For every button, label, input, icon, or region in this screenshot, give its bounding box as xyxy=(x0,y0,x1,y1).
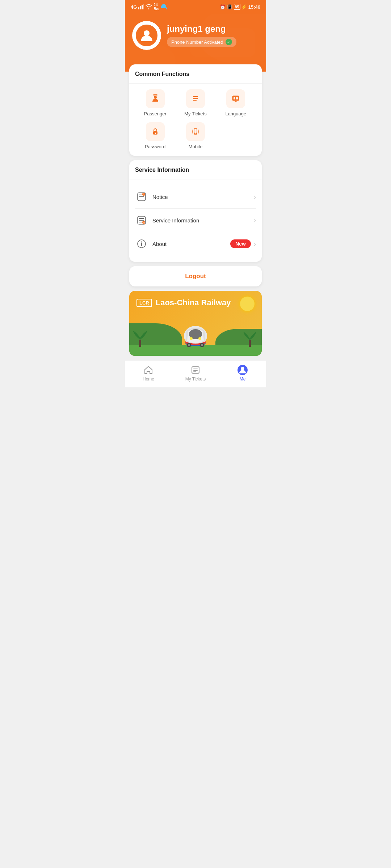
svg-rect-13 xyxy=(193,98,198,99)
vibrate-icon: 📳 xyxy=(227,4,232,9)
service-list: Notice › Service Information › xyxy=(135,185,256,255)
service-info-item[interactable]: Service Information › xyxy=(135,209,256,232)
password-icon xyxy=(150,127,160,137)
passenger-icon xyxy=(150,94,160,104)
tickets-icon xyxy=(191,365,200,375)
home-nav-label: Home xyxy=(143,376,154,382)
home-icon xyxy=(144,365,153,375)
service-notice-item[interactable]: Notice › xyxy=(135,185,256,209)
function-password[interactable]: Password xyxy=(135,122,175,149)
nav-me[interactable]: Me xyxy=(219,363,266,383)
avatar-icon xyxy=(140,29,154,42)
svg-rect-34 xyxy=(139,220,144,221)
service-info-svg xyxy=(136,215,147,225)
svg-rect-23 xyxy=(155,133,156,134)
svg-rect-39 xyxy=(141,243,142,246)
lcr-banner[interactable]: LCR Laos-China Railway xyxy=(129,291,262,356)
about-text: About xyxy=(152,241,230,247)
header: junying1 geng Phone Number Activated ✓ xyxy=(125,14,266,72)
language-icon-bg xyxy=(226,89,245,108)
svg-point-56 xyxy=(241,367,244,370)
service-about-item[interactable]: About New › xyxy=(135,232,256,255)
svg-rect-12 xyxy=(193,96,198,97)
svg-point-9 xyxy=(154,96,157,99)
banner-train xyxy=(181,323,210,349)
my-tickets-label: My Tickets xyxy=(184,111,206,116)
divider xyxy=(129,83,262,84)
status-left: 4G 24B/s xyxy=(131,3,167,11)
service-divider xyxy=(129,179,262,179)
svg-rect-1 xyxy=(140,6,141,9)
new-badge: New xyxy=(230,239,251,248)
notice-icon xyxy=(135,190,148,203)
language-label: Language xyxy=(225,111,246,116)
svg-rect-33 xyxy=(139,218,144,219)
battery-indicator: 85 ⚡ xyxy=(234,4,247,10)
logout-text: Logout xyxy=(185,273,206,280)
mobile-icon-bg xyxy=(186,122,205,141)
svg-point-38 xyxy=(141,242,142,243)
svg-rect-16 xyxy=(232,96,239,101)
language-icon xyxy=(231,94,241,104)
svg-point-36 xyxy=(142,221,145,224)
svg-rect-35 xyxy=(139,222,143,222)
status-bar: 4G 24B/s ⏰ 📳 85 ⚡ 15:46 xyxy=(125,0,266,14)
function-mobile[interactable]: Mobile xyxy=(175,122,215,149)
common-functions-card: Common Functions Passenger xyxy=(129,64,262,156)
function-language[interactable]: Language xyxy=(216,89,256,116)
mobile-icon xyxy=(190,127,201,137)
my-tickets-icon xyxy=(190,94,201,104)
mobile-label: Mobile xyxy=(189,144,202,149)
svg-rect-26 xyxy=(194,129,197,133)
svg-point-44 xyxy=(188,344,190,346)
banner-logo-row: LCR Laos-China Railway xyxy=(136,298,255,307)
svg-rect-0 xyxy=(138,7,139,9)
logout-card[interactable]: Logout xyxy=(129,266,262,286)
svg-rect-54 xyxy=(193,371,196,372)
service-information-card: Service Information Notice › xyxy=(129,160,262,262)
svg-point-27 xyxy=(195,133,196,134)
password-label: Password xyxy=(145,144,165,149)
palm-tree-right xyxy=(243,327,256,347)
svg-rect-49 xyxy=(139,340,141,347)
function-passenger[interactable]: Passenger xyxy=(135,89,175,116)
signal-icon xyxy=(138,4,144,9)
banner-scene xyxy=(129,316,262,356)
svg-rect-50 xyxy=(249,340,251,347)
my-tickets-nav-icon xyxy=(190,365,201,375)
phone-badge-text: Phone Number Activated xyxy=(171,39,223,45)
my-tickets-icon-bg xyxy=(186,89,205,108)
avatar-inner xyxy=(136,25,157,46)
network-indicator: 4G xyxy=(131,4,137,10)
svg-rect-3 xyxy=(143,4,144,9)
service-info-icon xyxy=(135,214,148,227)
functions-grid: Passenger My Tickets xyxy=(135,89,256,116)
svg-point-47 xyxy=(190,337,193,340)
about-svg xyxy=(136,239,147,249)
me-icon xyxy=(237,363,248,376)
service-information-title: Service Information xyxy=(135,167,256,173)
svg-point-48 xyxy=(198,337,201,340)
status-right: ⏰ 📳 85 ⚡ 15:46 xyxy=(220,4,261,10)
banner-title: Laos-China Railway xyxy=(156,298,231,307)
svg-rect-19 xyxy=(236,97,238,99)
passenger-icon-bg xyxy=(146,89,165,108)
function-my-tickets[interactable]: My Tickets xyxy=(175,89,215,116)
time-display: 15:46 xyxy=(248,4,260,10)
common-functions-title: Common Functions xyxy=(135,71,256,77)
wifi-icon xyxy=(146,4,152,9)
nav-home[interactable]: Home xyxy=(125,363,172,383)
svg-rect-30 xyxy=(139,196,144,197)
svg-point-46 xyxy=(201,344,203,346)
svg-rect-2 xyxy=(142,5,143,9)
me-nav-label: Me xyxy=(240,376,246,382)
profile-info: junying1 geng Phone Number Activated ✓ xyxy=(167,24,236,47)
service-info-text: Service Information xyxy=(152,217,254,224)
about-icon xyxy=(135,237,148,250)
profile-row: junying1 geng Phone Number Activated ✓ xyxy=(132,21,259,50)
passenger-label: Passenger xyxy=(144,111,167,116)
functions-row2: Password Mobile xyxy=(135,122,256,149)
nav-my-tickets[interactable]: My Tickets xyxy=(172,363,219,383)
svg-rect-52 xyxy=(193,369,198,369)
notice-chevron: › xyxy=(254,193,256,201)
